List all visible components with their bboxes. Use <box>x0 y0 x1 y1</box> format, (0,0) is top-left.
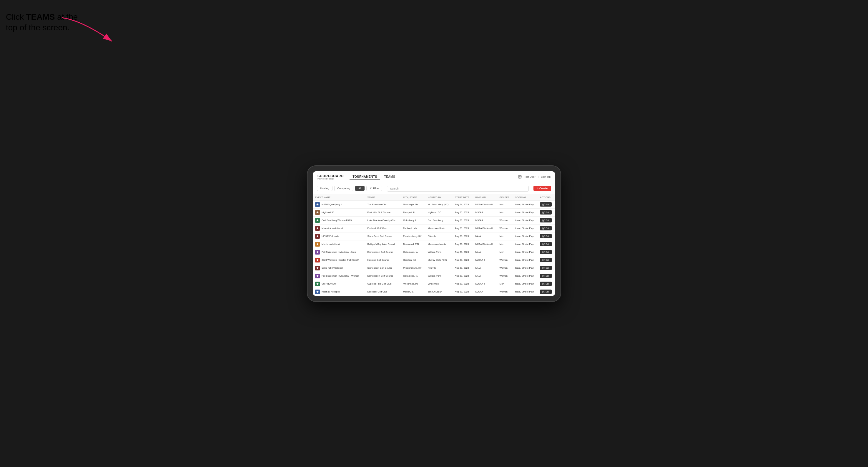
edit-button[interactable]: Edit <box>540 218 552 222</box>
cell-hosted-by: John A Logan <box>426 288 453 296</box>
cell-actions: Edit <box>537 280 555 288</box>
cell-start-date: Aug 28, 2023 <box>453 264 473 272</box>
cell-event-name: Highland 36 <box>313 208 365 216</box>
create-button[interactable]: + Create <box>533 186 551 191</box>
cell-actions: Edit <box>537 248 555 256</box>
cell-start-date: Aug 28, 2023 <box>453 248 473 256</box>
col-actions: ACTIONS <box>537 194 555 201</box>
cell-start-date: Aug 28, 2023 <box>453 280 473 288</box>
table-row: UPIKE Fall Invite StoneCrest Golf Course… <box>313 232 555 240</box>
table-row: Maverick Invitational Faribault Golf Clu… <box>313 224 555 232</box>
cell-venue: The Powelton Club <box>365 200 400 208</box>
event-icon <box>315 274 320 278</box>
nav-tab-teams[interactable]: TEAMS <box>381 174 398 180</box>
all-tab[interactable]: All <box>355 186 365 191</box>
cell-venue: StoneCrest Golf Course <box>365 232 400 240</box>
cell-scoring: team, Stroke Play <box>513 224 537 232</box>
signout-link[interactable]: Sign out <box>541 176 551 178</box>
edit-button[interactable]: Edit <box>540 274 552 278</box>
event-icon <box>315 202 320 207</box>
cell-gender: Women <box>497 272 513 280</box>
event-name-label: VU PREVIEW <box>321 282 336 285</box>
col-gender: GENDER <box>497 194 513 201</box>
cell-scoring: team, Stroke Play <box>513 232 537 240</box>
cell-start-date: Aug 28, 2023 <box>453 232 473 240</box>
tournaments-table: EVENT NAME VENUE CITY, STATE HOSTED BY S… <box>313 194 555 296</box>
event-name-label: Carl Sandburg Women FA23 <box>321 219 351 222</box>
cell-hosted-by: William Penn <box>426 248 453 256</box>
edit-button[interactable]: Edit <box>540 250 552 254</box>
toolbar: Hosting Competing All Filter + Create <box>313 183 555 194</box>
edit-button[interactable]: Edit <box>540 210 552 215</box>
event-name-label: Highland 36 <box>321 211 334 214</box>
edit-button[interactable]: Edit <box>540 266 552 270</box>
col-venue: VENUE <box>365 194 400 201</box>
cell-actions: Edit <box>537 232 555 240</box>
cell-venue: Lake Bracken Country Club <box>365 216 400 224</box>
cell-venue: Kokopelli Golf Club <box>365 288 400 296</box>
event-name-label: UPIKE Fall Invite <box>321 235 339 238</box>
edit-button[interactable]: Edit <box>540 226 552 230</box>
cell-event-name: Morris Invitational <box>313 240 365 248</box>
instruction-text: Click TEAMS at thetop of the screen. <box>6 12 78 33</box>
edit-button[interactable]: Edit <box>540 202 552 207</box>
event-name-label: MSMC Qualifying 1 <box>321 203 342 206</box>
cell-scoring: team, Stroke Play <box>513 248 537 256</box>
cell-gender: Women <box>497 256 513 264</box>
table-header-row: EVENT NAME VENUE CITY, STATE HOSTED BY S… <box>313 194 555 201</box>
cell-division: NAIA <box>473 248 497 256</box>
edit-button[interactable]: Edit <box>540 289 552 294</box>
cell-hosted-by: Vincennes <box>426 280 453 288</box>
edit-button[interactable]: Edit <box>540 258 552 262</box>
cell-event-name: Klash at Kokopelli <box>313 288 365 296</box>
cell-start-date: Aug 25, 2023 <box>453 208 473 216</box>
cell-gender: Men <box>497 208 513 216</box>
cell-hosted-by: Minnesota-Morris <box>426 240 453 248</box>
cell-gender: Women <box>497 264 513 272</box>
competing-tab[interactable]: Competing <box>334 186 354 191</box>
cell-event-name: 2023 Women's Hesston Fall Kickoff <box>313 256 365 264</box>
event-icon <box>315 282 320 286</box>
edit-icon <box>542 291 545 293</box>
cell-venue: Faribault Golf Club <box>365 224 400 232</box>
edit-icon <box>542 203 545 206</box>
search-input[interactable] <box>387 186 529 192</box>
edit-button[interactable]: Edit <box>540 282 552 286</box>
cell-actions: Edit <box>537 272 555 280</box>
edit-icon <box>542 275 545 277</box>
cell-venue: Ruttger's Bay Lake Resort <box>365 240 400 248</box>
cell-division: NJCAA II <box>473 280 497 288</box>
event-name-label: Klash at Kokopelli <box>321 290 340 293</box>
event-name-label: 2023 Women's Hesston Fall Kickoff <box>321 259 359 261</box>
cell-gender: Women <box>497 288 513 296</box>
cell-event-name: Carl Sandburg Women FA23 <box>313 216 365 224</box>
col-city-state: CITY, STATE <box>401 194 426 201</box>
cell-division: NJCAA I <box>473 216 497 224</box>
cell-start-date: Aug 28, 2023 <box>453 256 473 264</box>
cell-city-state: Oskaloosa, IA <box>401 248 426 256</box>
col-scoring: SCORING <box>513 194 537 201</box>
cell-gender: Men <box>497 280 513 288</box>
edit-icon <box>542 227 545 229</box>
cell-hosted-by: Murray State (OK) <box>426 256 453 264</box>
edit-icon <box>542 219 545 222</box>
logo-text: SCOREBOARD <box>317 174 344 178</box>
cell-venue: Edmundson Golf Course <box>365 272 400 280</box>
cell-division: NAIA <box>473 264 497 272</box>
edit-icon <box>542 259 545 261</box>
col-event-name: EVENT NAME <box>313 194 365 201</box>
hosting-tab[interactable]: Hosting <box>317 186 333 191</box>
event-name-label: Fall Statesmen Invitational - Men <box>321 251 356 253</box>
edit-button[interactable]: Edit <box>540 242 552 246</box>
nav-tab-tournaments[interactable]: TOURNAMENTS <box>349 174 380 180</box>
table-row: upike fall invitational StoneCrest Golf … <box>313 264 555 272</box>
cell-city-state: Hesston, KS <box>401 256 426 264</box>
settings-icon[interactable] <box>518 175 522 179</box>
edit-icon <box>542 283 545 285</box>
cell-actions: Edit <box>537 256 555 264</box>
filter-button[interactable]: Filter <box>366 186 382 191</box>
cell-division: NCAA Division III <box>473 240 497 248</box>
col-start-date: START DATE <box>453 194 473 201</box>
edit-button[interactable]: Edit <box>540 234 552 238</box>
table-row: Highland 36 Park Hills Golf Course Freep… <box>313 208 555 216</box>
